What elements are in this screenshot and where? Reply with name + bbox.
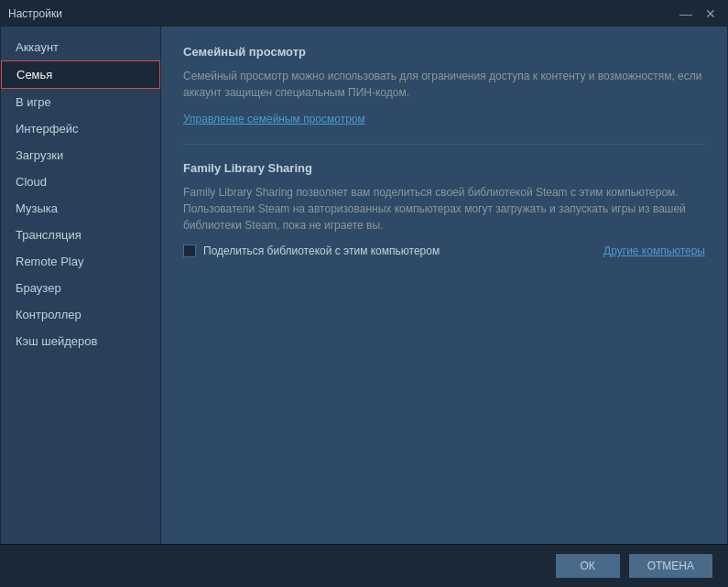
- sidebar-item-remoteplay[interactable]: Remote Play: [1, 248, 160, 275]
- title-bar-controls: — ✕: [676, 6, 720, 21]
- sidebar-item-interface[interactable]: Интерфейс: [1, 115, 160, 142]
- bottom-bar: ОК ОТМЕНА: [1, 544, 727, 586]
- section-divider: [183, 144, 705, 145]
- minimize-button[interactable]: —: [676, 6, 696, 21]
- family-view-section: Семейный просмотр Семейный просмотр можн…: [183, 45, 705, 125]
- family-view-description: Семейный просмотр можно использовать для…: [183, 68, 705, 101]
- family-sharing-title: Family Library Sharing: [183, 161, 705, 175]
- sidebar-item-music[interactable]: Музыка: [1, 195, 160, 222]
- sidebar-item-account[interactable]: Аккаунт: [1, 34, 160, 60]
- sidebar-item-family[interactable]: Семья: [1, 60, 160, 89]
- share-library-label: Поделиться библиотекой с этим компьютеро…: [203, 245, 440, 257]
- family-sharing-description: Family Library Sharing позволяет вам под…: [183, 184, 705, 234]
- sidebar: Аккаунт Семья В игре Интерфейс Загрузки …: [1, 27, 161, 544]
- sidebar-item-shadercache[interactable]: Кэш шейдеров: [1, 328, 160, 354]
- close-button[interactable]: ✕: [701, 6, 720, 21]
- share-library-row: Поделиться библиотекой с этим компьютеро…: [183, 245, 705, 257]
- share-library-checkbox[interactable]: [183, 245, 196, 257]
- family-view-title: Семейный просмотр: [183, 45, 705, 59]
- settings-window: Настройки — ✕ Аккаунт Семья В игре Интер…: [0, 0, 728, 587]
- sidebar-item-downloads[interactable]: Загрузки: [1, 142, 160, 168]
- sidebar-item-cloud[interactable]: Cloud: [1, 168, 160, 195]
- sidebar-item-ingame[interactable]: В игре: [1, 89, 160, 115]
- manage-family-view-link[interactable]: Управление семейным просмотром: [183, 113, 365, 125]
- ok-button[interactable]: ОК: [556, 554, 620, 578]
- main-content: Аккаунт Семья В игре Интерфейс Загрузки …: [1, 27, 727, 544]
- sidebar-item-browser[interactable]: Браузер: [1, 275, 160, 301]
- sidebar-item-broadcast[interactable]: Трансляция: [1, 222, 160, 248]
- content-panel: Семейный просмотр Семейный просмотр можн…: [161, 27, 727, 544]
- title-bar: Настройки — ✕: [1, 1, 727, 27]
- cancel-button[interactable]: ОТМЕНА: [629, 554, 712, 578]
- sidebar-item-controller[interactable]: Контроллер: [1, 301, 160, 328]
- family-sharing-section: Family Library Sharing Family Library Sh…: [183, 161, 705, 257]
- window-title: Настройки: [8, 7, 62, 20]
- other-computers-link[interactable]: Другие компьютеры: [603, 245, 705, 257]
